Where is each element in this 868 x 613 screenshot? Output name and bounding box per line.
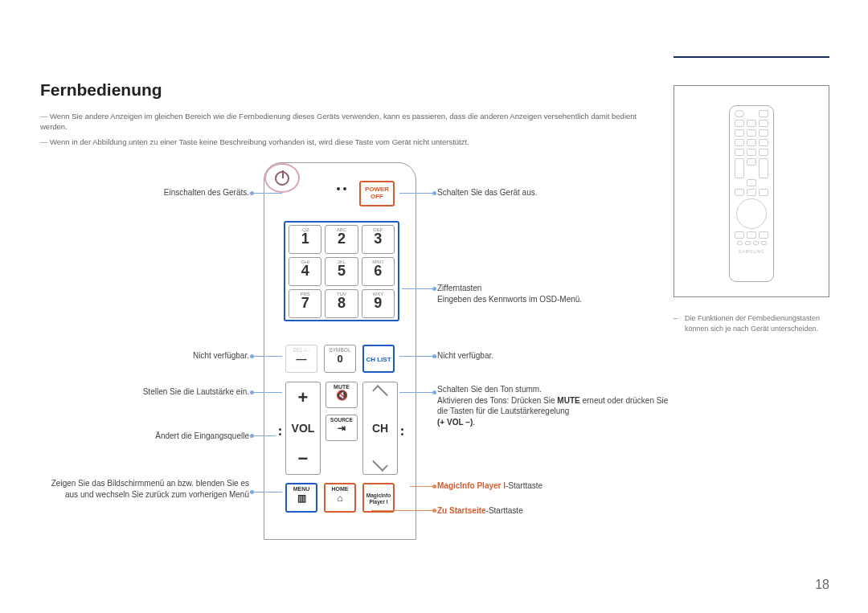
num-7: PRS7 bbox=[289, 289, 321, 318]
menu-icon: ▥ bbox=[297, 492, 306, 504]
mute-button: MUTE 🔇 bbox=[326, 382, 358, 408]
num-5: JKL5 bbox=[325, 257, 358, 286]
num-3: DEF3 bbox=[362, 225, 395, 254]
source-icon: ⇥ bbox=[338, 423, 346, 434]
channel-rocker: CH bbox=[362, 382, 398, 475]
callout-volume: Stellen Sie die Lautstärke ein. bbox=[40, 386, 249, 398]
num-2: ABC2 bbox=[325, 225, 358, 254]
mute-icon: 🔇 bbox=[336, 390, 348, 401]
intro-note-2: Wenn in der Abbildung unten zu einer Tas… bbox=[40, 137, 659, 147]
num-8: TUV8 bbox=[325, 289, 358, 318]
callout-power-on: Einschalten des Geräts. bbox=[40, 187, 249, 198]
callout-menu: Zeigen Sie das Bildschirmmenü an bzw. bl… bbox=[40, 478, 249, 500]
callout-magicinfo: MagicInfo Player I-Starttaste bbox=[437, 480, 646, 492]
numpad: .QZ1 ABC2 DEF3 GHI4 JKL5 MNO6 PRS7 TUV8 … bbox=[284, 221, 399, 321]
chevron-down-icon bbox=[372, 456, 388, 472]
callout-chlist: Nicht verfügbar. bbox=[437, 350, 638, 362]
del-button: DEL-/--— bbox=[285, 345, 317, 373]
power-off-button: POWER OFF bbox=[359, 181, 395, 206]
callout-home: Zu Startseite-Starttaste bbox=[437, 505, 646, 517]
symbol-0-button: SYMBOL0 bbox=[324, 345, 356, 373]
menu-button: MENU▥ bbox=[285, 483, 317, 513]
vol-plus-icon: + bbox=[298, 387, 309, 408]
ch-list-button: CH LIST bbox=[362, 345, 395, 373]
volume-rocker: + VOL − bbox=[285, 382, 321, 475]
vol-minus-icon: − bbox=[298, 448, 309, 469]
remote-diagram: POWER OFF .QZ1 ABC2 DEF3 GHI4 JKL5 MNO6 … bbox=[264, 162, 416, 540]
callout-na-left: Nicht verfügbar. bbox=[40, 350, 249, 362]
magicinfo-button: MagicInfoPlayer I bbox=[362, 483, 395, 513]
chevron-up-icon bbox=[372, 385, 388, 401]
callout-mute: Schalten Sie den Ton stumm. Aktivieren d… bbox=[437, 384, 670, 427]
callout-power-off: Schalten Sie das Gerät aus. bbox=[437, 187, 638, 198]
num-9: WXY9 bbox=[362, 289, 395, 318]
brand-label: SAMSUNG bbox=[734, 249, 769, 254]
sidebar-frame: SAMSUNG bbox=[674, 85, 829, 297]
callout-source: Ändert die Eingangsquelle bbox=[40, 431, 249, 442]
power-button bbox=[264, 163, 300, 193]
ir-indicator bbox=[337, 187, 346, 190]
mini-remote-illustration: SAMSUNG bbox=[729, 105, 774, 282]
home-button: HOME⌂ bbox=[324, 483, 356, 513]
sidebar-note: –Die Funktionen der Fernbedienungstasten… bbox=[674, 313, 829, 333]
page-number: 18 bbox=[815, 578, 829, 592]
callout-numpad: Zifferntasten Eingeben des Kennworts im … bbox=[437, 283, 662, 304]
intro-note-1: Wenn Sie andere Anzeigen im gleichen Ber… bbox=[40, 111, 659, 133]
source-button: SOURCE ⇥ bbox=[326, 415, 358, 441]
num-4: GHI4 bbox=[289, 257, 321, 286]
num-1: .QZ1 bbox=[289, 225, 321, 254]
page-title: Fernbedienung bbox=[40, 80, 162, 100]
home-icon: ⌂ bbox=[337, 492, 342, 504]
num-6: MNO6 bbox=[362, 257, 395, 286]
power-icon bbox=[275, 171, 289, 186]
